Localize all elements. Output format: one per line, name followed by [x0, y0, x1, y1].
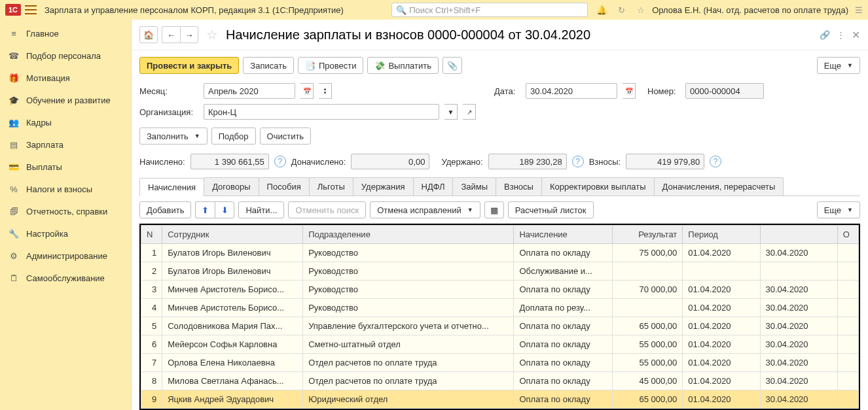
- sidebar-item-recruit[interactable]: ☎Подбор персонала: [0, 44, 131, 67]
- col-o[interactable]: О: [837, 226, 858, 244]
- date-calendar-button[interactable]: 📅: [623, 83, 636, 99]
- tab-benefits[interactable]: Пособия: [259, 177, 310, 196]
- date-input[interactable]: 30.04.2020: [526, 83, 617, 99]
- fill-button[interactable]: Заполнить▼: [139, 128, 208, 145]
- pay-button[interactable]: 💸Выплатить: [367, 57, 439, 74]
- table-row[interactable]: 4Минчев Аристотель Борисо...РуководствоД…: [141, 299, 859, 317]
- table-row[interactable]: 5Солодовникова Мария Пах...Управление бу…: [141, 317, 859, 335]
- settings-icon[interactable]: ☰: [855, 5, 863, 15]
- tab-contrib[interactable]: Взносы: [496, 177, 542, 196]
- topbar: 1C Зарплата и управление персоналом КОРП…: [0, 0, 868, 20]
- post-button[interactable]: 📑Провести: [298, 57, 364, 74]
- start-page-button[interactable]: 🏠: [139, 26, 158, 43]
- sidebar-item-admin[interactable]: ⚙Администрирование: [0, 245, 131, 267]
- clear-button[interactable]: Очистить: [260, 128, 312, 145]
- more-button[interactable]: Еще▼: [817, 57, 860, 74]
- bell-icon[interactable]: 🔔: [596, 4, 607, 16]
- col-n[interactable]: N: [141, 226, 162, 244]
- table-row[interactable]: 8Милова Светлана Афанась...Отдел расчето…: [141, 372, 859, 390]
- tab-accruals[interactable]: Начисления: [139, 178, 204, 196]
- col-dept[interactable]: Подразделение: [303, 226, 514, 244]
- find-button[interactable]: Найти...: [238, 201, 284, 218]
- col-emp[interactable]: Сотрудник: [162, 226, 303, 244]
- payslip-button[interactable]: Расчетный листок: [508, 201, 594, 218]
- burger-button[interactable]: [25, 5, 37, 14]
- tab-discounts[interactable]: Льготы: [309, 177, 353, 196]
- chevron-down-icon: ▼: [847, 62, 853, 69]
- col-res[interactable]: Результат: [612, 226, 682, 244]
- chevron-down-icon: ▼: [467, 207, 473, 213]
- sidebar-item-taxes[interactable]: %Налоги и взносы: [0, 178, 131, 200]
- sidebar-item-salary[interactable]: ▤Зарплата: [0, 133, 131, 156]
- table-row[interactable]: 3Минчев Аристотель Борисо...РуководствоО…: [141, 281, 859, 299]
- org-input[interactable]: Крон-Ц: [204, 104, 439, 120]
- tab-corrections[interactable]: Корректировки выплаты: [541, 177, 655, 196]
- org-open-button[interactable]: ↗: [463, 104, 476, 120]
- help-icon[interactable]: ?: [274, 156, 286, 167]
- table-wrap: N Сотрудник Подразделение Начисление Рез…: [139, 224, 860, 410]
- add-button[interactable]: Добавить: [139, 201, 191, 218]
- tab-recalc[interactable]: Доначисления, перерасчеты: [654, 177, 784, 196]
- history-icon[interactable]: ↻: [615, 4, 627, 16]
- pick-button[interactable]: Подбор: [211, 128, 256, 145]
- attach-button[interactable]: 📎: [443, 57, 462, 74]
- month-calendar-button[interactable]: 📅: [300, 83, 314, 99]
- paperclip-icon: 📎: [447, 61, 458, 71]
- sidebar-item-settings[interactable]: 🔧Настройка: [0, 222, 131, 245]
- table-row[interactable]: 6Мейерсон Софья КарловнаСметно-штатный о…: [141, 335, 859, 354]
- tab-contracts[interactable]: Договоры: [204, 177, 259, 196]
- org-dropdown-button[interactable]: ▼: [444, 104, 458, 120]
- sidebar-item-hr[interactable]: 👥Кадры: [0, 111, 131, 133]
- post-close-button[interactable]: Провести и закрыть: [139, 57, 239, 74]
- close-button[interactable]: ✕: [852, 29, 860, 41]
- back-button[interactable]: ←: [162, 26, 180, 43]
- post-icon: 📑: [305, 61, 316, 71]
- search-input[interactable]: 🔍 Поиск Ctrl+Shift+F: [391, 3, 588, 17]
- sidebar-item-motivation[interactable]: 🎁Мотивация: [0, 67, 131, 89]
- search-icon: 🔍: [396, 5, 407, 15]
- extra-value: 0,00: [351, 154, 429, 169]
- help-icon[interactable]: ?: [572, 156, 584, 167]
- sidebar-item-reports[interactable]: 🗐Отчетность, справки: [0, 200, 131, 222]
- cancel-fix-button[interactable]: Отмена исправлений▼: [370, 201, 480, 218]
- sidebar-item-main[interactable]: ≡Главное: [0, 22, 131, 44]
- col-period[interactable]: Период: [683, 226, 760, 244]
- chevron-down-icon: ▼: [847, 207, 853, 213]
- month-spinner[interactable]: ▲▼: [319, 83, 332, 99]
- number-label: Номер:: [647, 86, 680, 96]
- table-row[interactable]: 1Булатов Игорь ВиленовичРуководствоОплат…: [141, 244, 859, 262]
- tab-loans[interactable]: Займы: [452, 177, 496, 196]
- save-button[interactable]: Записать: [243, 57, 294, 74]
- tab-ndfl[interactable]: НДФЛ: [413, 177, 454, 196]
- pay-icon: 💸: [374, 61, 385, 71]
- user-name[interactable]: Орлова Е.Н. (Нач. отд. расчетов по оплат…: [652, 5, 848, 15]
- col-period2[interactable]: [760, 226, 837, 244]
- sidebar-item-payments[interactable]: 💳Выплаты: [0, 156, 131, 178]
- forward-button[interactable]: →: [180, 26, 198, 43]
- favorite-star-icon[interactable]: ☆: [206, 27, 218, 43]
- columns-button[interactable]: ▦: [484, 201, 504, 218]
- move-down-button[interactable]: ⬇: [215, 201, 234, 218]
- table-row[interactable]: 9Яцкив Андрей ЭдуардовичЮридический отде…: [141, 390, 859, 409]
- table-row[interactable]: 7Орлова Елена НиколаевнаОтдел расчетов п…: [141, 354, 859, 372]
- help-icon[interactable]: ?: [710, 156, 721, 167]
- tab-deductions[interactable]: Удержания: [353, 177, 414, 196]
- cancel-find-button: Отменить поиск: [288, 201, 366, 218]
- table-row[interactable]: 2Булатов Игорь ВиленовичРуководствоОбслу…: [141, 262, 859, 281]
- kebab-icon[interactable]: ⋮: [837, 30, 845, 40]
- doc-header: 🏠 ← → ☆ Начисление зарплаты и взносов 00…: [132, 20, 868, 50]
- star-icon[interactable]: ☆: [635, 4, 647, 16]
- link-icon[interactable]: 🔗: [820, 30, 830, 40]
- table-more-button[interactable]: Еще▼: [817, 201, 860, 218]
- sidebar-item-self[interactable]: 🗒Самообслуживание: [0, 267, 131, 289]
- doc-icon: 🗐: [8, 205, 20, 217]
- wrench-icon: 🔧: [8, 228, 20, 239]
- arrow-up-icon: ⬆: [202, 205, 209, 215]
- sidebar-item-learning[interactable]: 🎓Обучение и развитие: [0, 89, 131, 111]
- arrow-down-icon: ⬇: [221, 205, 228, 215]
- accruals-table[interactable]: N Сотрудник Подразделение Начисление Рез…: [141, 225, 859, 409]
- move-up-button[interactable]: ⬆: [195, 201, 215, 218]
- month-input[interactable]: Апрель 2020: [204, 83, 295, 99]
- withheld-value: 189 230,28: [488, 154, 567, 169]
- col-accr[interactable]: Начисление: [514, 226, 612, 244]
